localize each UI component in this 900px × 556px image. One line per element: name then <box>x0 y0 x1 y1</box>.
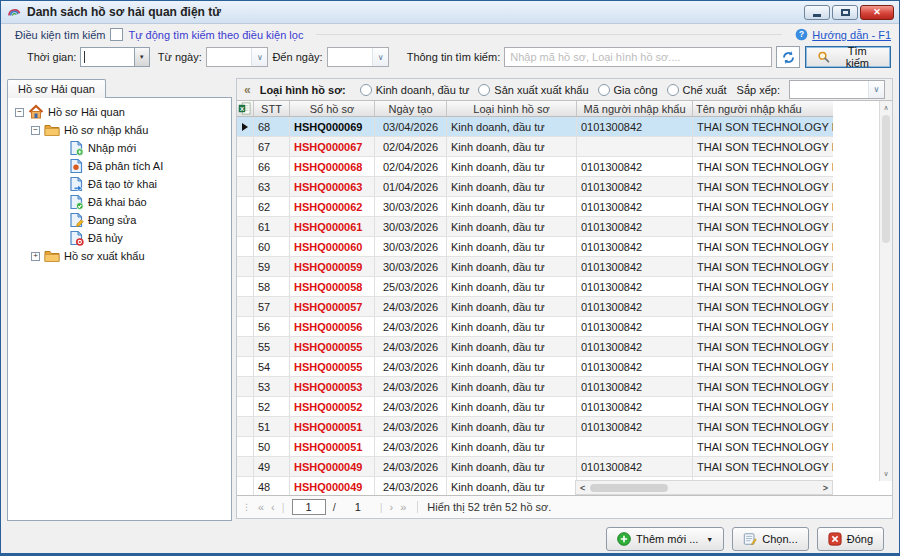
row-selector[interactable] <box>237 377 254 396</box>
tree-item[interactable]: Đã tạo tờ khai <box>8 175 231 193</box>
to-date-combobox[interactable]: ∨ <box>327 47 390 67</box>
row-selector[interactable] <box>237 317 254 336</box>
row-selector[interactable] <box>237 177 254 196</box>
tree-item[interactable]: Hồ sơ xuất khẩu <box>8 247 231 265</box>
page-number-input[interactable] <box>292 499 326 515</box>
radio-option[interactable]: Chế xuất <box>667 84 727 96</box>
time-combobox[interactable]: ▼ <box>80 47 149 67</box>
close-window-button[interactable]: ✕ <box>860 5 894 20</box>
table-row[interactable]: 58 HSHQ000058 25/03/2026 Kinh doanh, đầu… <box>237 277 833 297</box>
row-selector[interactable] <box>237 197 254 216</box>
row-selector[interactable] <box>237 217 254 236</box>
table-row[interactable]: 57 HSHQ000057 24/03/2026 Kinh doanh, đầu… <box>237 297 833 317</box>
column-header[interactable]: Mã người nhập khẩu <box>577 101 693 116</box>
cell-record-number[interactable]: HSHQ000057 <box>290 297 375 316</box>
table-row[interactable]: 53 HSHQ000053 24/03/2026 Kinh doanh, đầu… <box>237 377 833 397</box>
help-link-label[interactable]: Hướng dẫn - F1 <box>812 29 891 41</box>
cell-record-number[interactable]: HSHQ000055 <box>290 357 375 376</box>
row-selector[interactable] <box>237 337 254 356</box>
cell-record-number[interactable]: HSHQ000055 <box>290 337 375 356</box>
cell-record-number[interactable]: HSHQ000051 <box>290 437 375 456</box>
sort-combobox[interactable]: ∨ <box>789 80 885 99</box>
auto-search-label[interactable]: Tự động tìm kiếm theo điều kiện lọc <box>128 29 303 41</box>
cell-record-number[interactable]: HSHQ000061 <box>290 217 375 236</box>
scroll-down-button[interactable]: ∨ <box>880 470 892 478</box>
horizontal-scrollbar[interactable]: < > <box>575 480 833 495</box>
row-selector[interactable] <box>237 257 254 276</box>
table-row[interactable]: 55 HSHQ000055 24/03/2026 Kinh doanh, đầu… <box>237 337 833 357</box>
row-selector[interactable] <box>237 397 254 416</box>
tree-item[interactable]: Hồ sơ nhập khẩu <box>8 121 231 139</box>
vertical-scroll-thumb[interactable] <box>882 115 890 243</box>
row-selector[interactable] <box>237 477 254 496</box>
table-row[interactable]: 67 HSHQ000067 02/04/2026 Kinh doanh, đầu… <box>237 137 833 157</box>
row-selector[interactable] <box>237 417 254 436</box>
search-info-input[interactable] <box>504 47 772 67</box>
row-selector[interactable] <box>237 277 254 296</box>
row-selector[interactable] <box>237 157 254 176</box>
table-row[interactable]: 66 HSHQ000068 02/04/2026 Kinh doanh, đầu… <box>237 157 833 177</box>
tree-item[interactable]: Đã phân tích AI <box>8 157 231 175</box>
radio-circle-icon[interactable] <box>478 84 490 96</box>
radio-option[interactable]: Sản xuất xuất khẩu <box>478 84 588 96</box>
cell-record-number[interactable]: HSHQ000068 <box>290 157 375 176</box>
cell-record-number[interactable]: HSHQ000053 <box>290 377 375 396</box>
tree-item[interactable]: Đã khai báo <box>8 193 231 211</box>
row-selector[interactable] <box>237 437 254 456</box>
cell-record-number[interactable]: HSHQ000052 <box>290 397 375 416</box>
column-header[interactable]: Ngày tạo <box>375 101 447 116</box>
table-row[interactable]: 49 HSHQ000049 24/03/2026 Kinh doanh, đầu… <box>237 457 833 477</box>
row-selector[interactable] <box>237 357 254 376</box>
tab-ho-so-hai-quan[interactable]: Hồ sơ Hải quan <box>7 79 106 98</box>
chevron-down-icon[interactable]: ∨ <box>372 48 388 66</box>
next-page-button[interactable]: › <box>390 501 394 513</box>
table-row[interactable]: 56 HSHQ000056 24/03/2026 Kinh doanh, đầu… <box>237 317 833 337</box>
table-row[interactable]: 52 HSHQ000052 24/03/2026 Kinh doanh, đầu… <box>237 397 833 417</box>
tree-item[interactable]: Đã hủy <box>8 229 231 247</box>
cell-record-number[interactable]: HSHQ000059 <box>290 257 375 276</box>
refresh-button[interactable] <box>776 46 800 68</box>
table-row[interactable]: 54 HSHQ000055 24/03/2026 Kinh doanh, đầu… <box>237 357 833 377</box>
export-excel-button[interactable] <box>237 101 254 116</box>
radio-circle-icon[interactable] <box>598 84 610 96</box>
chevron-down-icon[interactable]: ∨ <box>868 81 884 98</box>
search-button[interactable]: Tìm kiếm <box>805 46 891 68</box>
vertical-scrollbar[interactable]: ∧ ∨ <box>879 101 892 481</box>
column-header[interactable]: Số hồ sơ <box>290 101 375 116</box>
select-button[interactable]: Chọn... <box>732 527 808 551</box>
minimize-button[interactable] <box>804 5 830 20</box>
row-selector[interactable] <box>237 117 254 136</box>
table-row[interactable]: 51 HSHQ000051 24/03/2026 Kinh doanh, đầu… <box>237 417 833 437</box>
tree-expander[interactable] <box>31 126 40 135</box>
from-date-combobox[interactable]: ∨ <box>206 47 269 67</box>
tree-item[interactable]: Đang sửa <box>8 211 231 229</box>
maximize-button[interactable] <box>832 5 858 20</box>
column-header[interactable]: STT <box>254 101 290 116</box>
table-row[interactable]: 61 HSHQ000061 30/03/2026 Kinh doanh, đầu… <box>237 217 833 237</box>
table-row[interactable]: 62 HSHQ000062 30/03/2026 Kinh doanh, đầu… <box>237 197 833 217</box>
horizontal-scroll-thumb[interactable] <box>590 484 668 492</box>
last-page-button[interactable]: » <box>400 501 406 513</box>
table-row[interactable]: 63 HSHQ000063 01/04/2026 Kinh doanh, đầu… <box>237 177 833 197</box>
cell-record-number[interactable]: HSHQ000060 <box>290 237 375 256</box>
cell-record-number[interactable]: HSHQ000063 <box>290 177 375 196</box>
scroll-right-button[interactable]: > <box>823 483 828 493</box>
prev-page-button[interactable]: ‹ <box>271 501 275 513</box>
radio-option[interactable]: Kinh doanh, đầu tư <box>360 84 470 96</box>
chevron-down-icon[interactable]: ▼ <box>134 48 149 66</box>
row-selector[interactable] <box>237 137 254 156</box>
close-button[interactable]: Đóng <box>817 527 884 551</box>
cell-record-number[interactable]: HSHQ000069 <box>290 117 375 136</box>
table-row[interactable]: 50 HSHQ000051 24/03/2026 Kinh doanh, đầu… <box>237 437 833 457</box>
scroll-left-button[interactable]: < <box>580 483 585 493</box>
table-row[interactable]: 59 HSHQ000059 30/03/2026 Kinh doanh, đầu… <box>237 257 833 277</box>
column-header[interactable]: Tên người nhập khẩu <box>693 101 833 116</box>
tree-expander[interactable] <box>31 252 40 261</box>
row-selector[interactable] <box>237 457 254 476</box>
column-header[interactable]: Loại hình hồ sơ <box>447 101 577 116</box>
row-selector[interactable] <box>237 237 254 256</box>
cell-record-number[interactable]: HSHQ000058 <box>290 277 375 296</box>
first-page-button[interactable]: « <box>258 501 264 513</box>
tree-item[interactable]: Nhập mới <box>8 139 231 157</box>
radio-circle-icon[interactable] <box>360 84 372 96</box>
